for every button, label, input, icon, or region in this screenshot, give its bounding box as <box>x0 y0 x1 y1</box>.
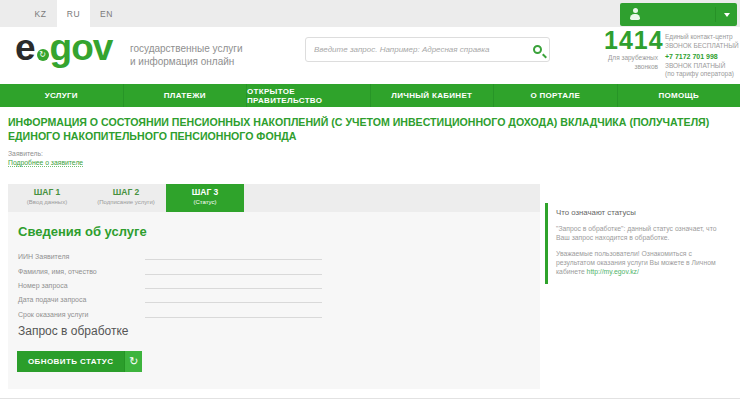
nav-item-open-government[interactable]: ОТКРЫТОЕ ПРАВИТЕЛЬСТВО <box>246 84 370 107</box>
tagline-line2: и информация онлайн <box>130 55 243 68</box>
logo-letter-e: e <box>15 33 35 63</box>
status-help-paragraph-2: Уважаемые пользователи! Ознакомиться с р… <box>556 249 727 276</box>
lang-ru[interactable]: RU <box>57 0 90 27</box>
field-row-service-term: Срок оказания услуги <box>18 307 530 318</box>
footer-divider <box>0 398 740 399</box>
egov-logo[interactable]: e ↻ gov <box>15 33 112 63</box>
intl-phone-number: +7 7172 701 998 <box>665 53 734 62</box>
field-label-iin: ИИН Заявителя <box>18 253 69 260</box>
egov-portal-page: KZ RU EN e ↻ gov государственные услуги … <box>0 0 740 404</box>
logo-refresh-icon: ↻ <box>37 49 49 61</box>
field-value-fullname <box>145 267 322 275</box>
intl-note-line2: (по тарифу оператора) <box>665 70 734 79</box>
step-3-title: ШАГ 3 <box>166 187 244 198</box>
field-row-fullname: Фамилия, имя, отчество <box>18 264 530 275</box>
field-value-request-date <box>145 295 322 303</box>
page-title: ИНФОРМАЦИЯ О СОСТОЯНИИ ПЕНСИОННЫХ НАКОПЛ… <box>8 116 735 143</box>
field-row-request-date: Дата подачи запроса <box>18 292 530 303</box>
field-label-fullname: Фамилия, имя, отчество <box>18 268 97 275</box>
intl-call-info: +7 7172 701 998 ЗВОНОК ПЛАТНЫЙ (по тариф… <box>665 53 734 79</box>
site-tagline: государственные услуги и информация онла… <box>130 42 243 68</box>
main-nav: УСЛУГИ ПЛАТЕЖИ ОТКРЫТОЕ ПРАВИТЕЛЬСТВО ЛИ… <box>0 84 740 107</box>
step-1-tab[interactable]: ШАГ 1 (Ввод данных) <box>8 184 86 212</box>
search-input[interactable] <box>306 45 525 54</box>
search-icon <box>533 45 542 54</box>
status-help-box: Что означают статусы "Запрос в обработке… <box>545 203 735 284</box>
tagline-line1: государственные услуги <box>130 42 243 55</box>
nav-item-personal-cabinet[interactable]: ЛИЧНЫЙ КАБИНЕТ <box>370 84 494 107</box>
contact-center-label: Единый контакт-центр ЗВОНОК БЕСПЛАТНЫЙ <box>665 33 739 50</box>
intl-note-line1: ЗВОНОК ПЛАТНЫЙ <box>665 62 734 71</box>
field-value-service-term <box>145 310 322 318</box>
contact-center-number: 1414 <box>604 28 664 53</box>
lang-en[interactable]: EN <box>90 0 123 27</box>
intl-label-line2: звонков <box>600 63 658 72</box>
login-button[interactable] <box>620 3 737 26</box>
intl-label-line1: Для зарубежных <box>600 54 658 63</box>
lang-kz[interactable]: KZ <box>24 0 57 27</box>
step-3-subtitle: (Статус) <box>166 198 244 206</box>
field-value-iin <box>145 252 322 260</box>
chevron-down-icon <box>724 13 730 17</box>
login-button-divider <box>715 7 716 22</box>
logo-word-gov: gov <box>50 33 113 63</box>
field-row-iin: ИИН Заявителя <box>18 249 530 260</box>
field-value-request-number <box>145 281 322 289</box>
field-label-service-term: Срок оказания услуги <box>18 311 88 318</box>
refresh-status-button-label: ОБНОВИТЬ СТАТУС <box>17 351 124 372</box>
site-header: e ↻ gov государственные услуги и информа… <box>0 27 740 84</box>
field-label-request-number: Номер запроса <box>18 282 68 289</box>
contact-label-line1: Единый контакт-центр <box>665 33 739 42</box>
step-2-tab[interactable]: ШАГ 2 (Подписание услуги) <box>87 184 165 212</box>
applicant-label: Заявитель: <box>8 150 43 157</box>
search-button[interactable] <box>525 38 549 61</box>
step-2-subtitle: (Подписание услуги) <box>87 198 165 206</box>
search-box <box>305 37 550 62</box>
wizard-steps: ШАГ 1 (Ввод данных) ШАГ 2 (Подписание ус… <box>8 184 540 212</box>
contact-label-line2: ЗВОНОК БЕСПЛАТНЫЙ <box>665 42 739 51</box>
nav-item-help[interactable]: ПОМОЩЬ <box>617 84 740 107</box>
section-title: Сведения об услуге <box>18 224 147 239</box>
nav-item-services[interactable]: УСЛУГИ <box>0 84 123 107</box>
status-help-paragraph-1: "Запрос в обработке": данный статус озна… <box>556 224 727 242</box>
step-3-tab-active[interactable]: ШАГ 3 (Статус) <box>166 184 244 212</box>
field-label-request-date: Дата подачи запроса <box>18 296 86 303</box>
personal-cabinet-link[interactable]: http://my.egov.kz/ <box>587 268 639 275</box>
user-icon <box>630 8 640 21</box>
nav-item-about-portal[interactable]: О ПОРТАЛЕ <box>493 84 617 107</box>
step-1-subtitle: (Ввод данных) <box>8 198 86 206</box>
intl-calls-label: Для зарубежных звонков <box>600 54 658 71</box>
nav-item-payments[interactable]: ПЛАТЕЖИ <box>123 84 247 107</box>
refresh-icon: ↻ <box>124 351 142 372</box>
service-info-panel: Сведения об услуге ИИН Заявителя Фамилия… <box>8 212 540 389</box>
request-status-text: Запрос в обработке <box>18 324 129 338</box>
status-help-title: Что означают статусы <box>556 208 727 217</box>
step-2-title: ШАГ 2 <box>87 187 165 198</box>
field-row-request-number: Номер запроса <box>18 278 530 289</box>
applicant-details-link[interactable]: Подробнее о заявителе <box>8 159 83 167</box>
step-1-title: ШАГ 1 <box>8 187 86 198</box>
refresh-status-button[interactable]: ОБНОВИТЬ СТАТУС ↻ <box>17 351 142 372</box>
